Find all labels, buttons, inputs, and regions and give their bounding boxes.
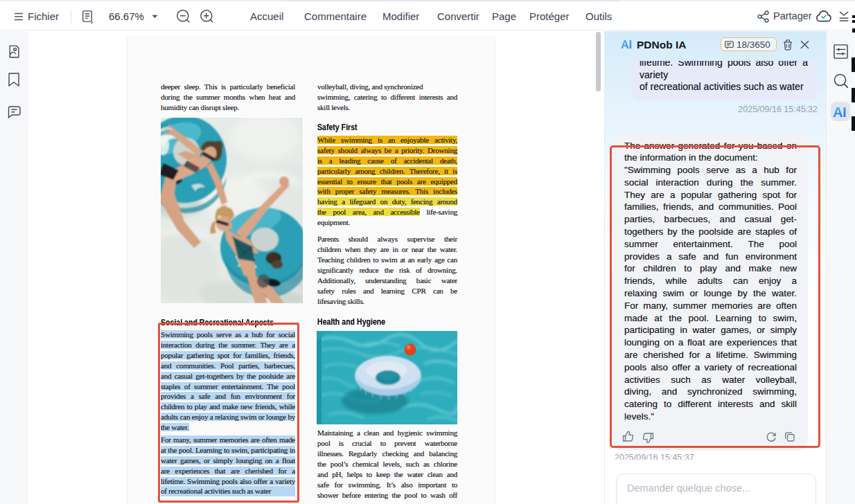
svg-text:AI: AI [833,105,846,120]
svg-text:AI: AI [621,39,632,51]
